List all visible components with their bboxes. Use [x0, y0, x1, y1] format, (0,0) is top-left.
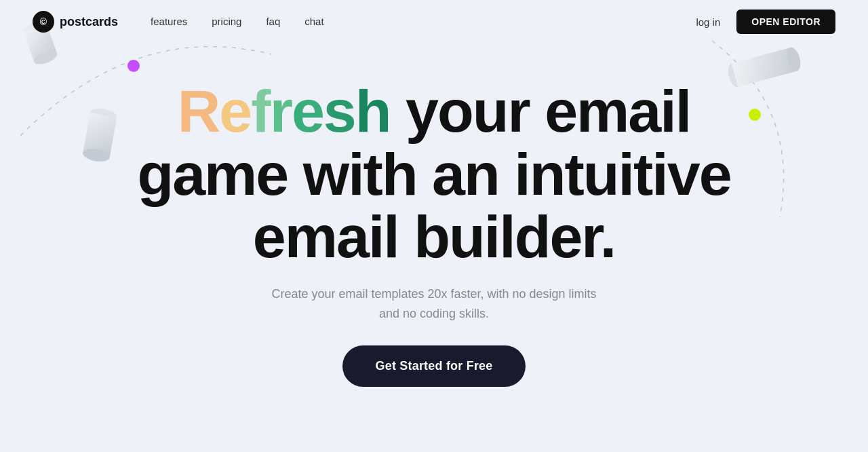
logo-icon: ©	[33, 11, 54, 33]
nav-item-faq[interactable]: faq	[266, 16, 280, 28]
hero-section: Refresh your email game with an intuitiv…	[0, 43, 868, 437]
logo-text: postcards	[60, 15, 118, 29]
nav-item-features[interactable]: features	[151, 16, 187, 28]
navbar: © postcards features pricing faq chat lo…	[0, 0, 868, 43]
nav-links: features pricing faq chat	[151, 16, 324, 28]
nav-link-features[interactable]: features	[151, 16, 187, 27]
refresh-word: Refresh	[178, 77, 406, 145]
nav-link-chat[interactable]: chat	[304, 16, 323, 27]
get-started-button[interactable]: Get Started for Free	[342, 345, 525, 387]
nav-link-faq[interactable]: faq	[266, 16, 280, 27]
open-editor-button[interactable]: OPEN EDITOR	[736, 10, 835, 34]
nav-link-pricing[interactable]: pricing	[212, 16, 241, 27]
logo-link[interactable]: © postcards	[33, 11, 118, 33]
nav-right: log in OPEN EDITOR	[696, 10, 835, 34]
hero-headline: Refresh your email game with an intuitiv…	[137, 80, 730, 268]
hero-subtitle: Create your email templates 20x faster, …	[271, 284, 597, 324]
nav-item-chat[interactable]: chat	[304, 16, 323, 28]
nav-item-pricing[interactable]: pricing	[212, 16, 241, 28]
login-link[interactable]: log in	[696, 16, 720, 28]
